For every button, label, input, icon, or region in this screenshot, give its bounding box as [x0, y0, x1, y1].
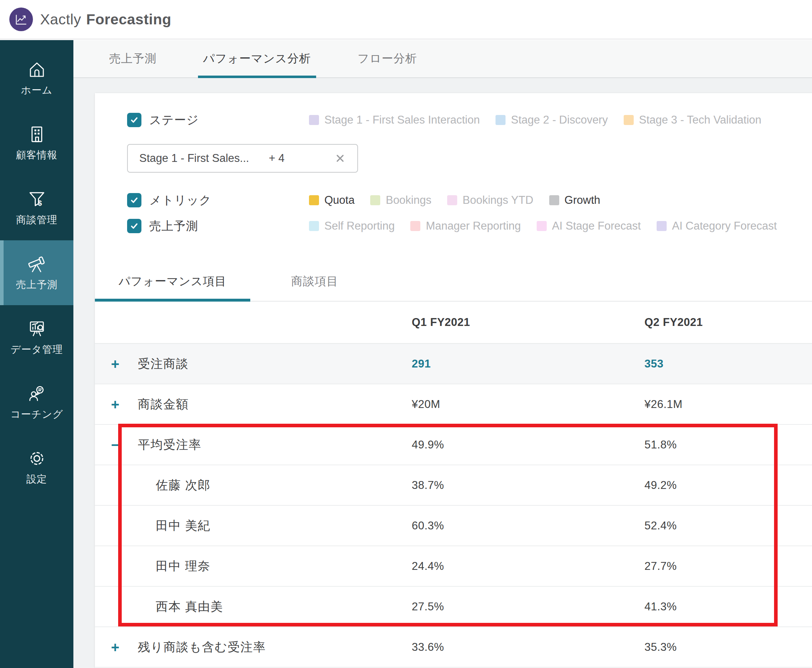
brand-chart-icon — [9, 8, 33, 31]
sidebar-item-customers[interactable]: 顧客情報 — [0, 111, 73, 175]
cell-q1: 49.9% — [412, 438, 644, 451]
row-label: 田中 美紀 — [156, 518, 210, 534]
cell-q2: 51.8% — [644, 438, 812, 451]
legend-label: Stage 2 - Discovery — [511, 114, 608, 127]
gear-icon — [27, 449, 47, 468]
legend-label: Stage 3 - Tech Validation — [639, 114, 762, 127]
performance-table: Q1 FY2021 Q2 FY2021 + 受注商談 291 353 + 商談金… — [95, 302, 812, 668]
stage-chip-row: Stage 1 - First Sales... + 4 — [127, 144, 812, 173]
sidebar-item-label: 商談管理 — [16, 213, 58, 227]
cell-q2: 35.3% — [644, 641, 812, 654]
table-header-row: Q1 FY2021 Q2 FY2021 — [95, 302, 812, 344]
metric-filter-row: メトリック Quota Bookings Booki — [127, 191, 812, 209]
legend-item-bookings-ytd[interactable]: Bookings YTD — [447, 194, 534, 207]
tab-performance-analysis[interactable]: パフォーマンス分析 — [203, 40, 311, 77]
cell-q2[interactable]: 353 — [644, 357, 812, 370]
funnel-dollar-icon: $ — [27, 189, 47, 209]
legend-label: Self Reporting — [324, 220, 395, 232]
legend-label: Manager Reporting — [426, 220, 520, 232]
filters-section: ステージ Stage 1 - First Sales Interaction S… — [95, 93, 812, 235]
legend-swatch — [410, 221, 420, 231]
expand-row-button[interactable]: + — [111, 640, 138, 655]
legend-swatch — [657, 221, 667, 231]
legend-item-ai-stage-forecast[interactable]: AI Stage Forecast — [537, 220, 641, 232]
stage-filter-row: ステージ Stage 1 - First Sales Interaction S… — [127, 111, 812, 129]
sidebar-item-settings[interactable]: 設定 — [0, 435, 73, 500]
legend-label: AI Stage Forecast — [552, 220, 641, 232]
cell-q1: 60.3% — [412, 519, 644, 532]
legend-item-self-reporting[interactable]: Self Reporting — [309, 220, 395, 232]
row-label: 田中 理奈 — [156, 558, 210, 574]
data-board-icon — [27, 319, 47, 339]
sidebar-item-home[interactable]: ホーム — [0, 46, 73, 111]
sub-tab-bar: パフォーマンス項目 商談項目 — [95, 274, 812, 302]
legend-swatch — [370, 195, 380, 205]
cell-q2: 41.3% — [644, 600, 812, 613]
forecast-filter-row: 売上予測 Self Reporting Manager Reporting — [127, 217, 812, 235]
subtab-opportunity-items[interactable]: 商談項目 — [250, 274, 379, 301]
legend-swatch — [309, 195, 319, 205]
table-row-opportunity-amount: + 商談金額 ¥20M ¥26.1M — [95, 384, 812, 425]
legend-swatch — [309, 221, 319, 231]
chip-more-count: + 4 — [269, 152, 285, 165]
brand-first: Xactly — [40, 11, 81, 28]
tab-flow-analysis[interactable]: フロー分析 — [358, 40, 417, 77]
table-row-tanaka-rina: 田中 理奈 24.4% 27.7% — [95, 546, 812, 587]
forecast-checkbox[interactable] — [127, 219, 142, 233]
svg-text:$: $ — [38, 199, 42, 207]
legend-label: Bookings — [385, 194, 432, 207]
expand-row-button[interactable]: + — [111, 357, 138, 371]
sidebar-item-opportunities[interactable]: $ 商談管理 — [0, 175, 73, 240]
legend-label: AI Category Forecast — [672, 220, 777, 232]
table-row-won-opportunities: + 受注商談 291 353 — [95, 344, 812, 384]
coaching-icon — [27, 384, 47, 403]
analysis-card: ステージ Stage 1 - First Sales Interaction S… — [95, 93, 812, 668]
collapse-row-button[interactable]: − — [111, 438, 138, 452]
legend-item-bookings[interactable]: Bookings — [370, 194, 432, 207]
legend-item-manager-reporting[interactable]: Manager Reporting — [410, 220, 520, 232]
app-screen: Xactly Forecasting ホーム 顧客情報 $ 商談管理 — [0, 0, 812, 668]
column-header-q2: Q2 FY2021 — [644, 316, 812, 329]
metric-checkbox[interactable] — [127, 193, 142, 207]
legend-item-stage3[interactable]: Stage 3 - Tech Validation — [624, 114, 762, 127]
legend-item-stage2[interactable]: Stage 2 - Discovery — [495, 114, 608, 127]
subtab-performance-items[interactable]: パフォーマンス項目 — [95, 274, 250, 301]
legend-label: Growth — [565, 194, 600, 207]
sidebar-item-data[interactable]: データ管理 — [0, 305, 73, 370]
table-row-tanaka-miki: 田中 美紀 60.3% 52.4% — [95, 506, 812, 546]
row-label: 佐藤 次郎 — [156, 477, 210, 494]
stage-filter-label: ステージ — [149, 112, 199, 128]
metric-legend: Quota Bookings Bookings YTD Growth — [309, 194, 812, 207]
legend-item-ai-category-forecast[interactable]: AI Category Forecast — [657, 220, 777, 232]
legend-label: Bookings YTD — [463, 194, 534, 207]
table-row-average-win-rate: − 平均受注率 49.9% 51.8% — [95, 425, 812, 465]
cell-q2: ¥26.1M — [644, 398, 812, 411]
main-area: 売上予測 パフォーマンス分析 フロー分析 ステージ — [73, 40, 812, 668]
legend-item-growth[interactable]: Growth — [549, 194, 600, 207]
tab-sales-forecast[interactable]: 売上予測 — [109, 40, 157, 77]
legend-swatch — [447, 195, 457, 205]
chip-text: Stage 1 - First Sales... — [139, 152, 249, 165]
legend-item-quota[interactable]: Quota — [309, 194, 354, 207]
sidebar-item-label: 設定 — [27, 473, 47, 486]
legend-label: Stage 1 - First Sales Interaction — [324, 114, 480, 127]
legend-swatch — [537, 221, 547, 231]
cell-q2: 49.2% — [644, 479, 812, 492]
home-icon — [27, 60, 47, 79]
row-label: 受注商談 — [138, 356, 189, 372]
sidebar-item-coaching[interactable]: コーチング — [0, 370, 73, 435]
sidebar-item-label: ホーム — [21, 84, 52, 97]
sidebar-item-forecast[interactable]: 売上予測 — [0, 240, 73, 305]
legend-item-stage1[interactable]: Stage 1 - First Sales Interaction — [309, 114, 480, 127]
cell-q1: 33.6% — [412, 641, 644, 654]
cell-q2: 52.4% — [644, 519, 812, 532]
sidebar: ホーム 顧客情報 $ 商談管理 売上予測 データ管理 — [0, 40, 73, 668]
legend-swatch — [549, 195, 559, 205]
cell-q1[interactable]: 291 — [412, 357, 644, 370]
stage-checkbox[interactable] — [127, 113, 142, 127]
close-icon[interactable] — [334, 153, 346, 164]
cell-q1: 38.7% — [412, 479, 644, 492]
app-title: Xactly Forecasting — [40, 11, 172, 28]
stage-filter-chip[interactable]: Stage 1 - First Sales... + 4 — [127, 144, 358, 173]
expand-row-button[interactable]: + — [111, 397, 138, 412]
